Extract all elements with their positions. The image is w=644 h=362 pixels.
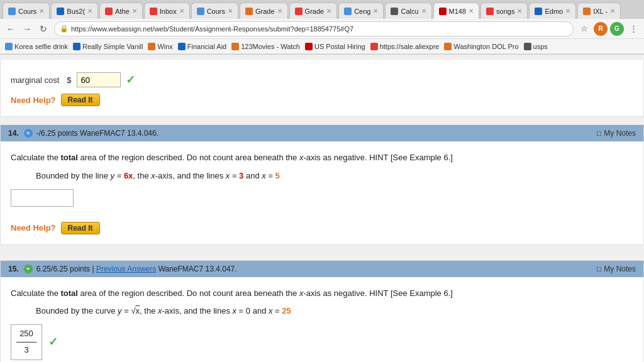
q14-my-notes-icon: □ bbox=[597, 129, 601, 138]
tab-close-icon[interactable]: ✕ bbox=[565, 8, 570, 14]
bookmarks-bar: Korea selfie drink Really Simple Vanill … bbox=[0, 39, 644, 54]
q15-checkmark: ✓ bbox=[48, 333, 58, 351]
q14-read-it-button[interactable]: Read It bbox=[61, 222, 100, 234]
q13-read-it-button[interactable]: Read It bbox=[61, 94, 100, 106]
q13-answer-row: marginal cost $ ✓ bbox=[11, 72, 633, 87]
tab-close-icon[interactable]: ✕ bbox=[132, 8, 137, 14]
tab-cours2[interactable]: Cours ✕ bbox=[191, 3, 238, 19]
tab-bar: Cours ✕ Bus2( ✕ Athe ✕ Inbox ✕ Cours ✕ G… bbox=[0, 0, 644, 19]
bookmark-usps-hiring[interactable]: US Postal Hiring bbox=[305, 43, 365, 50]
tab-close-icon[interactable]: ✕ bbox=[87, 8, 92, 14]
q13-need-help-label: Need Help? bbox=[11, 96, 56, 105]
bookmark-aliexpress[interactable]: https://sale.aliexpre bbox=[370, 43, 440, 50]
extensions-button[interactable]: R bbox=[594, 22, 608, 36]
page-content: marginal cost $ ✓ Need Help? Read It 14.… bbox=[0, 55, 644, 362]
tab-grade1[interactable]: Grade ✕ bbox=[240, 3, 288, 19]
spacer2 bbox=[0, 253, 644, 260]
q14-my-notes-button[interactable]: □ My Notes bbox=[597, 129, 636, 138]
q14-body: Calculate the total area of the region d… bbox=[11, 149, 633, 216]
q15-points: 6.25/6.25 points bbox=[36, 265, 90, 273]
q13-need-help-row: Need Help? Read It bbox=[11, 94, 633, 106]
tab-athens[interactable]: Athe ✕ bbox=[99, 3, 143, 19]
tab-calcu[interactable]: Calcu ✕ bbox=[385, 3, 431, 19]
back-button[interactable]: ← bbox=[4, 22, 18, 36]
spacer1 bbox=[0, 117, 644, 124]
q13-dollar: $ bbox=[67, 75, 71, 85]
tab-cours1[interactable]: Cours ✕ bbox=[3, 3, 50, 19]
q14-total-word: total bbox=[61, 153, 78, 162]
tab-close-icon[interactable]: ✕ bbox=[373, 8, 378, 14]
q15-under-root: x bbox=[136, 306, 140, 315]
tab-ixl[interactable]: IXL - ✕ bbox=[577, 3, 621, 19]
tab-grade2[interactable]: Grade ✕ bbox=[289, 3, 338, 19]
nav-bar: ← → ↻ 🔒 https://www.webassign.net/web/St… bbox=[0, 19, 644, 39]
tab-close-icon[interactable]: ✕ bbox=[39, 8, 44, 14]
q13-label: marginal cost bbox=[11, 75, 59, 85]
forward-button[interactable]: → bbox=[20, 22, 34, 36]
q15-header: 15. + 6.25/6.25 points | Previous Answer… bbox=[1, 261, 643, 277]
tab-m148[interactable]: M148 ✕ bbox=[433, 3, 480, 19]
tab-ceng[interactable]: Ceng ✕ bbox=[338, 3, 384, 19]
address-bar[interactable]: 🔒 https://www.webassign.net/web/Student/… bbox=[54, 21, 574, 36]
q15-my-notes-button[interactable]: □ My Notes bbox=[597, 265, 636, 273]
q15-my-notes-label: My Notes bbox=[604, 265, 636, 273]
q15-fraction: 250 3 bbox=[11, 324, 42, 360]
q15-source: WaneFMAC7 13.4.047. bbox=[158, 265, 237, 273]
q13-checkmark: ✓ bbox=[126, 73, 135, 87]
q14-header: 14. + -/6.25 points WaneFMAC7 13.4.046. … bbox=[1, 125, 643, 141]
tab-close-icon[interactable]: ✕ bbox=[228, 8, 233, 14]
q15-pipe: | bbox=[92, 265, 94, 273]
question-15-section: 15. + 6.25/6.25 points | Previous Answer… bbox=[0, 260, 644, 362]
tab-close-icon[interactable]: ✕ bbox=[421, 8, 426, 14]
tab-close-icon[interactable]: ✕ bbox=[610, 8, 615, 14]
q14-need-help-label: Need Help? bbox=[11, 223, 56, 233]
q14-x2: 5 bbox=[275, 171, 280, 180]
bookmark-usps[interactable]: usps bbox=[524, 43, 548, 50]
q15-dot: + bbox=[24, 265, 33, 273]
bookmark-vanilla[interactable]: Really Simple Vanill bbox=[73, 43, 143, 50]
q14-need-help-row: Need Help? Read It bbox=[11, 222, 633, 234]
tab-edmo[interactable]: Edmo ✕ bbox=[529, 3, 576, 19]
tab-bus[interactable]: Bus2( ✕ bbox=[51, 3, 98, 19]
tab-close-icon[interactable]: ✕ bbox=[326, 8, 331, 14]
question-14-section: 14. + -/6.25 points WaneFMAC7 13.4.046. … bbox=[0, 124, 644, 245]
q13-input[interactable] bbox=[77, 72, 121, 87]
q14-input[interactable] bbox=[11, 189, 74, 207]
bookmark-korea[interactable]: Korea selfie drink bbox=[5, 43, 68, 50]
tab-close-icon[interactable]: ✕ bbox=[277, 8, 282, 14]
bookmark-financial-aid[interactable]: Financial Aid bbox=[178, 43, 226, 50]
q15-answer-area: 250 3 ✓ bbox=[11, 324, 633, 360]
q15-x1: 0 bbox=[246, 306, 250, 315]
q14-source: WaneFMAC7 13.4.046. bbox=[80, 129, 158, 138]
bookmark-wa-dol[interactable]: Washington DOL Pro bbox=[444, 43, 518, 50]
bookmark-123movies[interactable]: 123Movies - Watch bbox=[231, 43, 300, 50]
browser-chrome: Cours ✕ Bus2( ✕ Athe ✕ Inbox ✕ Cours ✕ G… bbox=[0, 0, 644, 55]
q14-my-notes-label: My Notes bbox=[604, 129, 636, 138]
q15-denominator: 3 bbox=[24, 343, 28, 357]
q14-dot: + bbox=[24, 129, 33, 138]
profile-button[interactable]: G bbox=[610, 22, 624, 36]
refresh-button[interactable]: ↻ bbox=[36, 22, 50, 36]
q15-number: 15. bbox=[8, 265, 19, 273]
q14-points: -/6.25 points bbox=[36, 129, 78, 138]
tab-close-icon[interactable]: ✕ bbox=[469, 8, 474, 14]
tab-inbox[interactable]: Inbox ✕ bbox=[144, 3, 190, 19]
q15-body: Calculate the total area of the region d… bbox=[11, 285, 633, 362]
bookmark-star-button[interactable]: ☆ bbox=[577, 22, 591, 36]
url-text: https://www.webassign.net/web/Student/As… bbox=[71, 25, 353, 33]
q14-x1: 3 bbox=[239, 171, 243, 180]
q15-total-word: total bbox=[61, 288, 78, 298]
q15-numerator: 250 bbox=[16, 327, 36, 343]
q14-number: 14. bbox=[8, 129, 19, 138]
q15-sqrt-symbol: √ bbox=[131, 306, 135, 315]
question-13-section: marginal cost $ ✓ Need Help? Read It bbox=[0, 60, 644, 117]
menu-button[interactable]: ⋮ bbox=[626, 22, 640, 36]
q14-answer-area bbox=[11, 189, 633, 207]
bookmark-winx[interactable]: Winx bbox=[148, 43, 172, 50]
lock-icon: 🔒 bbox=[60, 25, 69, 33]
tab-close-icon[interactable]: ✕ bbox=[179, 8, 184, 14]
tab-songs[interactable]: songs ✕ bbox=[480, 3, 528, 19]
tab-close-icon[interactable]: ✕ bbox=[517, 8, 522, 14]
q15-x2: 25 bbox=[282, 306, 291, 315]
q15-prev-answers[interactable]: Previous Answers bbox=[96, 265, 156, 273]
